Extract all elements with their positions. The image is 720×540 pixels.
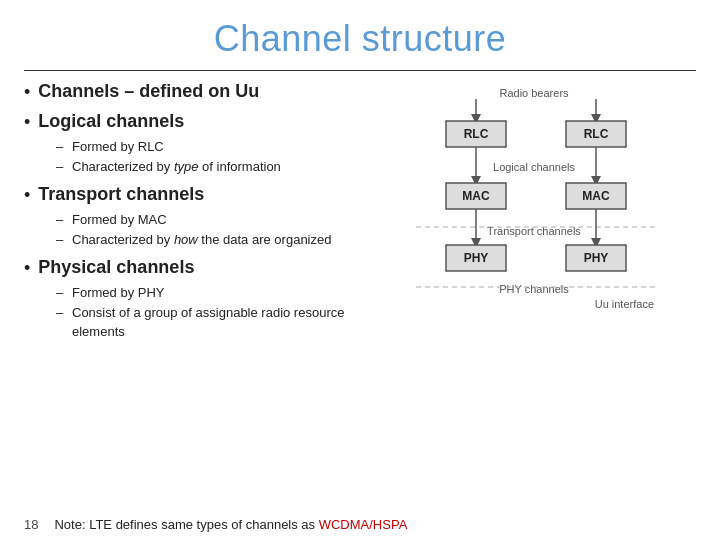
transport-sub-1-text: Formed by MAC (72, 210, 167, 230)
footer-row: 18 Note: LTE defines same types of chann… (0, 517, 720, 532)
note-text: Note: LTE defines same types of channels… (54, 517, 407, 532)
transport-sublist: – Formed by MAC – Characterized by how t… (56, 210, 376, 249)
transport-title: Transport channels (38, 184, 204, 205)
logical-sublist: – Formed by RLC – Characterized by type … (56, 137, 376, 176)
content-area: • Channels – defined on Uu • Logical cha… (0, 81, 720, 403)
slide-number: 18 (24, 517, 38, 532)
right-panel: Radio bearers RLC RLC Logical channels M… (386, 81, 696, 403)
transport-sub-2-text: Characterized by how the data are organi… (72, 230, 331, 250)
bullet-transport: • (24, 185, 30, 206)
section-physical: • Physical channels – Formed by PHY – Co… (24, 257, 376, 342)
svg-text:PHY: PHY (464, 251, 489, 265)
section-channels: • Channels – defined on Uu (24, 81, 376, 103)
physical-sub-1-text: Formed by PHY (72, 283, 164, 303)
svg-text:RLC: RLC (464, 127, 489, 141)
bullet-physical: • (24, 258, 30, 279)
svg-text:PHY: PHY (584, 251, 609, 265)
physical-sub-1: – Formed by PHY (56, 283, 376, 303)
bullet-channels: • (24, 82, 30, 103)
physical-sub-2-text: Consist of a group of assignable radio r… (72, 303, 376, 342)
logical-sub-2-text: Characterized by type of information (72, 157, 281, 177)
note-prefix: Note: LTE defines same types of channels… (54, 517, 318, 532)
logical-title: Logical channels (38, 111, 184, 132)
physical-row: • Physical channels (24, 257, 376, 279)
page-title: Channel structure (0, 0, 720, 70)
svg-text:PHY channels: PHY channels (499, 283, 569, 295)
svg-text:RLC: RLC (584, 127, 609, 141)
channels-title: Channels – defined on Uu (38, 81, 259, 102)
svg-text:Uu interface: Uu interface (595, 298, 654, 310)
transport-row: • Transport channels (24, 184, 376, 206)
diagram-svg: Radio bearers RLC RLC Logical channels M… (386, 83, 686, 403)
svg-text:MAC: MAC (462, 189, 490, 203)
section-logical: • Logical channels – Formed by RLC – Cha… (24, 111, 376, 176)
logical-sub-2: – Characterized by type of information (56, 157, 376, 177)
transport-sub-2: – Characterized by how the data are orga… (56, 230, 376, 250)
svg-text:MAC: MAC (582, 189, 610, 203)
radio-bearers-label: Radio bearers (499, 87, 569, 99)
section-transport: • Transport channels – Formed by MAC – C… (24, 184, 376, 249)
channel-diagram: Radio bearers RLC RLC Logical channels M… (386, 83, 686, 403)
physical-sub-2: – Consist of a group of assignable radio… (56, 303, 376, 342)
logical-sub-1: – Formed by RLC (56, 137, 376, 157)
transport-sub-1: – Formed by MAC (56, 210, 376, 230)
left-panel: • Channels – defined on Uu • Logical cha… (24, 81, 386, 403)
logical-sub-1-text: Formed by RLC (72, 137, 164, 157)
svg-text:Logical channels: Logical channels (493, 161, 575, 173)
note-highlight: WCDMA/HSPA (319, 517, 408, 532)
logical-row: • Logical channels (24, 111, 376, 133)
title-divider (24, 70, 696, 71)
physical-sublist: – Formed by PHY – Consist of a group of … (56, 283, 376, 342)
bullet-logical: • (24, 112, 30, 133)
physical-title: Physical channels (38, 257, 194, 278)
channels-row: • Channels – defined on Uu (24, 81, 376, 103)
